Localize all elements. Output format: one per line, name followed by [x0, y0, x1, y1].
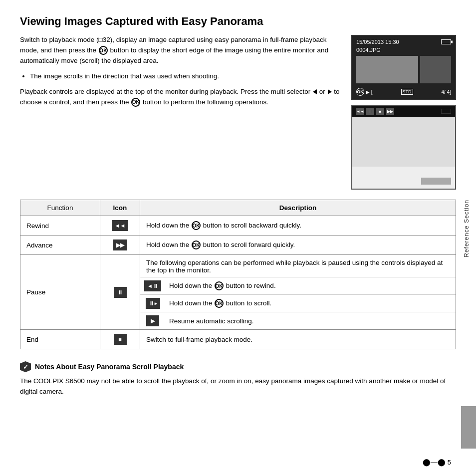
function-rewind: Rewind	[20, 216, 100, 236]
stop-ctrl-icon: ■	[376, 108, 384, 115]
play-icon-btn: ▶	[146, 315, 159, 326]
content-area: Switch to playback mode (□32), display a…	[20, 35, 456, 190]
advance-icon-btn: ▶▶	[113, 239, 127, 250]
camera-screen-1: 15/05/2013 15:30 0004.JPG OK ▶ [ STD 4/ …	[351, 35, 456, 100]
pause-sub-row-3: ▶ Resume automatic scrolling.	[140, 312, 456, 330]
rewind-sub-icon-btn: ◄⏸	[144, 280, 161, 291]
table-body: Rewind ◄◄ Hold down the OK button to scr…	[20, 216, 456, 349]
header-function: Function	[20, 200, 100, 216]
rewind-icon-btn: ◄◄	[112, 220, 129, 231]
desc-rewind: Hold down the OK button to scroll backwa…	[140, 216, 456, 236]
forward-ctrl-icon: ▶▶	[386, 108, 394, 115]
std-badge: STD	[401, 89, 413, 95]
pause-sub-row-2: ⏸▶ Hold down the OK button to scroll.	[140, 295, 456, 312]
ok-icon-rewind: OK	[192, 221, 201, 230]
scroll-indicator	[421, 178, 451, 185]
image-preview-area	[356, 56, 451, 83]
advance-sub-icon-btn: ⏸▶	[146, 298, 160, 309]
pause-sub-desc-3: Resume automatic scrolling.	[165, 312, 456, 330]
pause-sub-icon-2: ⏸▶	[140, 295, 165, 312]
page-title: Viewing Images Captured with Easy Panora…	[20, 15, 456, 28]
left-arrow-icon	[313, 89, 317, 94]
table-row-end: End ■ Switch to full-frame playback mode…	[20, 330, 456, 349]
bullet-item: The image scrolls in the direction that …	[30, 71, 341, 82]
page-footer: ⬤—⬤ 5	[423, 458, 451, 466]
intro-paragraph: Switch to playback mode (□32), display a…	[20, 35, 341, 66]
table-row: Rewind ◄◄ Hold down the OK button to scr…	[20, 216, 456, 236]
reference-section-label: Reference Section	[463, 200, 470, 257]
image-gray-block	[356, 56, 418, 83]
pause-sub-table: The following operations can be performe…	[140, 255, 456, 329]
ok-icon: OK	[356, 88, 364, 96]
counter-label: 4/ 4]	[442, 89, 451, 95]
playback-controls-bar: ◄◄ ⏸ ■ ▶▶	[352, 106, 455, 117]
pause-sub-icon-3: ▶	[140, 312, 165, 330]
pause-ctrl-icon: ⏸	[366, 108, 374, 115]
bullet-list: The image scrolls in the direction that …	[30, 71, 341, 82]
icon-rewind: ◄◄	[100, 216, 140, 236]
function-end: End	[20, 330, 100, 349]
page-number: 5	[448, 459, 451, 466]
ok-button-icon2: OK	[131, 98, 140, 107]
battery2-icon	[441, 109, 451, 114]
playback-paragraph: Playback controls are displayed at the t…	[20, 87, 341, 108]
table-row: Advance ▶▶ Hold down the OK button to sc…	[20, 236, 456, 255]
notes-section: ✓ Notes About Easy Panorama Scroll Playb…	[20, 361, 456, 397]
icon-end: ■	[100, 330, 140, 349]
pause-sub-row-1: ◄⏸ Hold down the OK button to rewind.	[140, 277, 456, 295]
pause-sub-desc-2: Hold down the OK button to scroll.	[165, 295, 456, 312]
right-camera-images: 15/05/2013 15:30 0004.JPG OK ▶ [ STD 4/ …	[351, 35, 456, 190]
icon-pause: ⏸	[100, 255, 140, 330]
function-pause: Pause	[20, 255, 100, 330]
notes-title-row: ✓ Notes About Easy Panorama Scroll Playb…	[20, 361, 456, 372]
pause-icon-btn: ⏸	[114, 287, 127, 298]
camera-bottom-bar: OK ▶ [ STD 4/ 4]	[356, 88, 451, 96]
notes-heading: Notes About Easy Panorama Scroll Playbac…	[35, 363, 184, 371]
camera-screen-2: ◄◄ ⏸ ■ ▶▶	[351, 105, 456, 190]
desc-advance: Hold down the OK button to scroll forwar…	[140, 236, 456, 255]
pause-sub-icon-1: ◄⏸	[140, 277, 165, 295]
notes-checkmark-icon: ✓	[20, 361, 31, 372]
header-icon: Icon	[100, 200, 140, 216]
camera-footer-icon: ⬤—⬤	[423, 458, 446, 466]
camera-top-bar: 15/05/2013 15:30	[356, 39, 451, 45]
datetime-label: 15/05/2013 15:30	[356, 39, 399, 45]
stop-icon-btn: ■	[114, 334, 127, 345]
notes-body: The COOLPIX S6500 may not be able to scr…	[20, 376, 456, 397]
ok-icon-advance: OK	[192, 240, 201, 249]
control-icons-group: ◄◄ ⏸ ■ ▶▶	[356, 108, 394, 115]
camera2-main-area	[352, 117, 455, 167]
table-row-pause: Pause ⏸ The following operations can be …	[20, 255, 456, 330]
left-text-block: Switch to playback mode (□32), display a…	[20, 35, 341, 190]
ok-button-icon: OK	[99, 46, 108, 55]
filename-label: 0004.JPG	[356, 47, 451, 53]
pause-main-desc: The following operations can be performe…	[140, 255, 456, 277]
ok-icon-p1: OK	[215, 281, 224, 290]
desc-pause: The following operations can be performe…	[140, 255, 456, 330]
header-description: Description	[140, 200, 456, 216]
function-advance: Advance	[20, 236, 100, 255]
desc-end: Switch to full-frame playback mode.	[140, 330, 456, 349]
pause-sub-desc-1: Hold down the OK button to rewind.	[165, 277, 456, 295]
pause-desc-row: The following operations can be performe…	[140, 255, 456, 277]
table-header: Function Icon Description	[20, 200, 456, 216]
icon-advance: ▶▶	[100, 236, 140, 255]
ok-play-label: OK ▶ [	[356, 88, 373, 96]
rewind-ctrl-icon: ◄◄	[356, 108, 364, 115]
battery-icon	[441, 39, 451, 44]
functions-table: Function Icon Description Rewind ◄◄ Hold…	[20, 200, 456, 349]
right-arrow-icon	[328, 89, 332, 94]
ok-icon-p2: OK	[215, 299, 224, 308]
gray-sidebar-tab	[461, 406, 476, 449]
image-darkgray-block	[420, 56, 451, 83]
